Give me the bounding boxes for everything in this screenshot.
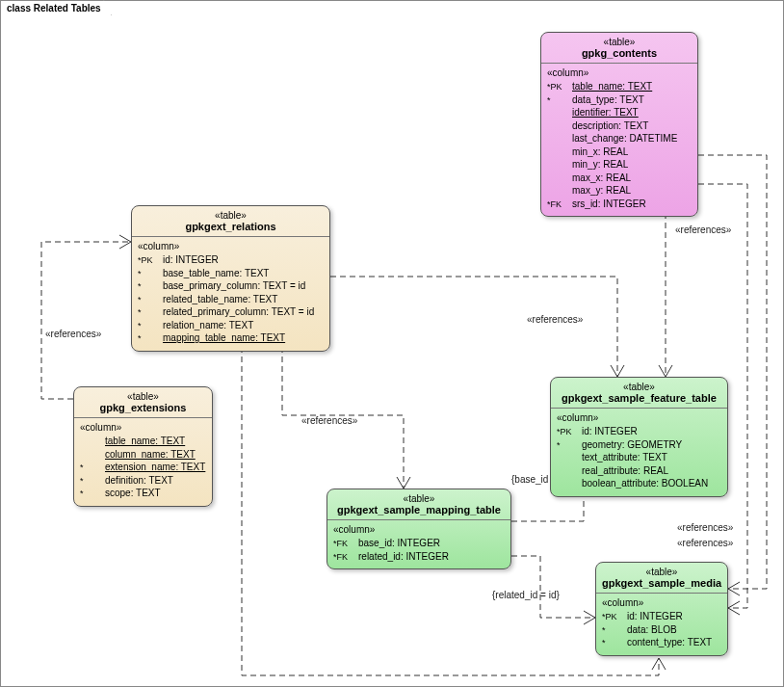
column-row: *geometry: GEOMETRY	[557, 438, 721, 452]
columns: *PKid: INTEGER*data: BLOB*content_type: …	[602, 610, 721, 649]
column-row: *data_type: TEXT	[547, 93, 692, 107]
table-name: gpkgext_sample_feature_table	[557, 392, 721, 404]
column-name: relation_name: TEXT	[163, 319, 253, 332]
column-row: *FKsrs_id: INTEGER	[547, 198, 692, 211]
column-key: *	[138, 268, 159, 279]
column-row: min_y: REAL	[547, 158, 692, 172]
column-key: *	[138, 332, 159, 344]
column-row: *PKid: INTEGER	[138, 253, 324, 267]
column-row: max_x: REAL	[547, 172, 692, 185]
column-key: *	[602, 624, 623, 636]
column-row: *base_table_name: TEXT	[138, 267, 324, 280]
column-name: id: INTEGER	[627, 610, 683, 623]
table-body: «column» *FKbase_id: INTEGER*FKrelated_i…	[327, 520, 510, 568]
column-row: *definition: TEXT	[80, 474, 206, 488]
stereotype: «table»	[602, 567, 721, 577]
column-name: table_name: TEXT	[572, 80, 652, 93]
columns: *PKid: INTEGER*geometry: GEOMETRYtext_at…	[557, 425, 721, 490]
table-gpkg-contents: «table» gpkg_contents «column» *PKtable_…	[540, 32, 698, 217]
edge-label-references: «references»	[675, 225, 731, 235]
column-row: *FKbase_id: INTEGER	[333, 537, 505, 550]
column-row: *PKtable_name: TEXT	[547, 80, 692, 93]
column-key: *	[80, 475, 101, 487]
column-key: *PK	[602, 611, 623, 622]
column-name: last_change: DATETIME	[572, 132, 677, 145]
column-row: *content_type: TEXT	[602, 636, 721, 649]
table-body: «column» *PKtable_name: TEXT*data_type: …	[541, 64, 697, 216]
edge-label-references: «references»	[301, 415, 357, 426]
columns: *PKtable_name: TEXT*data_type: TEXTident…	[547, 80, 692, 210]
table-body: «column» *PKid: INTEGER*base_table_name:…	[132, 237, 329, 351]
column-name: table_name: TEXT	[105, 435, 185, 448]
edge-label-references: «references»	[45, 329, 101, 339]
column-name: data_type: TEXT	[572, 93, 644, 107]
column-key: *	[138, 320, 159, 331]
column-key: *	[547, 94, 568, 106]
column-key: *FK	[333, 538, 354, 549]
table-body: «column» *PKid: INTEGER*geometry: GEOMET…	[551, 409, 727, 496]
column-key: *PK	[557, 426, 578, 437]
column-row: table_name: TEXT	[80, 435, 206, 448]
column-row: identifier: TEXT	[547, 106, 692, 119]
column-name: content_type: TEXT	[627, 636, 712, 649]
column-name: text_attribute: TEXT	[582, 451, 667, 464]
table-sample-media: «table» gpkgext_sample_media «column» *P…	[595, 562, 728, 656]
table-header: «table» gpkgext_sample_feature_table	[551, 378, 727, 409]
column-name: related_table_name: TEXT	[163, 293, 277, 306]
column-row: column_name: TEXT	[80, 448, 206, 462]
column-key: *FK	[547, 198, 568, 210]
column-name: base_id: INTEGER	[358, 537, 440, 550]
column-name: id: INTEGER	[582, 425, 638, 438]
table-gpkgext-relations: «table» gpkgext_relations «column» *PKid…	[131, 205, 330, 352]
column-stereotype: «column»	[602, 597, 721, 608]
table-header: «table» gpkgext_sample_media	[596, 563, 727, 594]
column-name: geometry: GEOMETRY	[582, 438, 682, 452]
table-gpkg-extensions: «table» gpkg_extensions «column» table_n…	[73, 386, 213, 507]
column-stereotype: «column»	[557, 412, 721, 423]
table-sample-mapping: «table» gpkgext_sample_mapping_table «co…	[327, 489, 511, 569]
column-key: *PK	[138, 254, 159, 266]
column-name: related_primary_column: TEXT = id	[163, 305, 314, 319]
column-name: srs_id: INTEGER	[572, 198, 646, 211]
columns: *PKid: INTEGER*base_table_name: TEXT*bas…	[138, 253, 324, 345]
column-name: id: INTEGER	[163, 253, 219, 267]
column-stereotype: «column»	[547, 67, 692, 78]
table-name: gpkgext_sample_media	[602, 577, 721, 589]
column-name: data: BLOB	[627, 623, 677, 637]
column-name: base_table_name: TEXT	[163, 267, 269, 280]
edge-label-related-id: {related_id = id}	[492, 590, 560, 600]
column-key: *	[138, 280, 159, 292]
table-name: gpkgext_relations	[138, 221, 324, 232]
column-name: extension_name: TEXT	[105, 461, 205, 474]
column-stereotype: «column»	[80, 422, 206, 433]
column-row: *PKid: INTEGER	[557, 425, 721, 438]
table-name: gpkg_extensions	[80, 402, 206, 413]
column-name: real_attribute: REAL	[582, 464, 668, 478]
edge-label-references: «references»	[527, 314, 583, 325]
diagram-canvas: class Related Tables «references» «refer…	[0, 0, 784, 687]
column-row: *PKid: INTEGER	[602, 610, 721, 623]
column-key: *PK	[547, 81, 568, 92]
column-row: description: TEXT	[547, 119, 692, 133]
column-name: scope: TEXT	[105, 487, 161, 500]
table-header: «table» gpkg_contents	[541, 33, 697, 64]
column-row: *related_primary_column: TEXT = id	[138, 305, 324, 319]
column-row: *mapping_table_name: TEXT	[138, 331, 324, 345]
column-row: *base_primary_column: TEXT = id	[138, 279, 324, 293]
column-name: min_x: REAL	[572, 145, 628, 159]
column-row: boolean_attribute: BOOLEAN	[557, 477, 721, 490]
frame-title: class Related Tables	[0, 0, 112, 15]
column-row: text_attribute: TEXT	[557, 451, 721, 464]
column-key: *	[138, 294, 159, 305]
column-key: *	[602, 637, 623, 648]
column-stereotype: «column»	[138, 241, 324, 251]
column-row: *extension_name: TEXT	[80, 461, 206, 474]
columns: *FKbase_id: INTEGER*FKrelated_id: INTEGE…	[333, 537, 505, 563]
column-name: boolean_attribute: BOOLEAN	[582, 477, 708, 490]
column-key: *	[138, 306, 159, 318]
column-name: description: TEXT	[572, 119, 648, 133]
columns: table_name: TEXTcolumn_name: TEXT*extens…	[80, 435, 206, 500]
column-name: column_name: TEXT	[105, 448, 196, 462]
table-name: gpkg_contents	[547, 47, 692, 59]
column-key: *	[80, 462, 101, 473]
